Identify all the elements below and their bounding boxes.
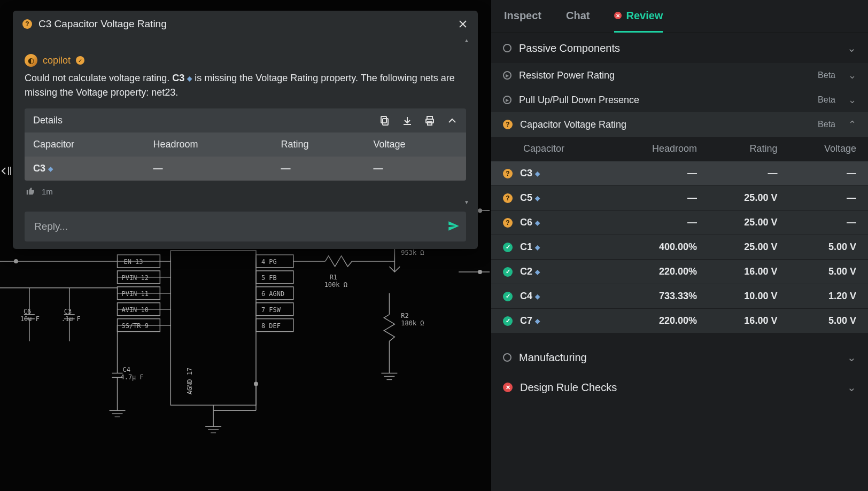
svg-text:AGND 17: AGND 17 <box>186 368 193 394</box>
reply-box <box>25 212 466 241</box>
status-circle-icon <box>503 44 511 52</box>
col-headroom: Headroom <box>145 133 273 157</box>
tab-chat[interactable]: Chat <box>566 0 590 33</box>
chevron-down-icon: ⌄ <box>847 351 856 364</box>
chevron-down-icon: ⌄ <box>848 94 856 106</box>
component-link-icon: ◆ <box>535 170 540 177</box>
check-resistor-power[interactable]: ▶ Resistor Power Rating Beta ⌄ <box>491 63 868 88</box>
details-table: Capacitor Headroom Rating Voltage C3 ◆ —… <box>25 133 466 181</box>
tab-inspect[interactable]: Inspect <box>504 0 541 33</box>
svg-text:7 FSW: 7 FSW <box>261 306 281 314</box>
chevron-up-icon: ⌃ <box>848 119 856 130</box>
send-button[interactable] <box>447 219 461 235</box>
error-icon: ✕ <box>503 383 513 392</box>
modal-title-text: C3 Capacitor Voltage Rating <box>38 18 167 30</box>
chevron-down-icon: ⌄ <box>848 69 856 81</box>
message-age: 1m <box>42 187 53 196</box>
section-manufacturing[interactable]: Manufacturing ⌄ <box>491 342 868 372</box>
svg-rect-0 <box>170 251 256 405</box>
details-label: Details <box>33 115 63 126</box>
svg-text:.1u F: .1u F <box>61 315 81 323</box>
section-passive-components[interactable]: Passive Components ⌄ <box>491 33 868 63</box>
svg-text:R2: R2 <box>401 312 408 319</box>
thumbs-up-button[interactable] <box>26 186 35 197</box>
tab-review[interactable]: ✕ Review <box>614 0 663 33</box>
scroll-up-caret[interactable]: ▲ <box>13 37 478 43</box>
svg-text:PVIN 11: PVIN 11 <box>122 290 149 298</box>
svg-text:100k Ω: 100k Ω <box>324 281 347 289</box>
svg-point-74 <box>478 270 482 274</box>
component-link-icon: ◆ <box>48 165 53 173</box>
scroll-down-caret[interactable]: ▼ <box>13 199 478 205</box>
svg-text:180k Ω: 180k Ω <box>401 319 424 327</box>
close-button[interactable] <box>458 19 468 29</box>
svg-text:C6: C6 <box>24 308 31 315</box>
check-icon: ✓ <box>503 292 513 301</box>
copy-button[interactable] <box>379 115 390 126</box>
check-pull-resistors[interactable]: ▶ Pull Up/Pull Down Presence Beta ⌄ <box>491 88 868 112</box>
svg-text:4 PG: 4 PG <box>261 258 277 266</box>
col-voltage: Voltage <box>789 137 868 161</box>
status-circle-icon <box>503 353 511 362</box>
check-capacitor-voltage[interactable]: ? Capacitor Voltage Rating Beta ⌃ <box>491 112 868 137</box>
col-rating: Rating <box>709 137 789 161</box>
component-link-icon: ◆ <box>535 293 540 300</box>
print-button[interactable] <box>424 115 435 126</box>
col-voltage: Voltage <box>365 133 466 157</box>
table-row[interactable]: ?C3 ◆——— <box>491 161 868 186</box>
svg-point-52 <box>254 381 258 386</box>
section-drc[interactable]: ✕ Design Rule Checks ⌄ <box>491 372 868 402</box>
svg-text:R1: R1 <box>330 274 337 281</box>
svg-text:4.7µ F: 4.7µ F <box>121 373 144 381</box>
warning-icon: ? <box>503 120 513 129</box>
issue-message: Could not calculate voltage rating. C3 ◆… <box>25 71 466 100</box>
svg-point-28 <box>14 259 18 263</box>
chevron-down-icon: ⌄ <box>847 381 856 394</box>
component-link-icon: ◆ <box>535 317 540 325</box>
schematic-workspace[interactable]: EN 13 PVIN 12 PVIN 11 AVIN 10 SS/TR 9 4 … <box>0 0 491 491</box>
warning-icon: ? <box>22 19 32 29</box>
table-row[interactable]: C3 ◆ — — — <box>25 157 466 181</box>
svg-rect-79 <box>383 119 388 125</box>
table-row[interactable]: ?C5 ◆—25.00 V— <box>491 186 868 211</box>
svg-text:AVIN 10: AVIN 10 <box>122 306 149 314</box>
table-row[interactable]: ✓C2 ◆220.00%16.00 V5.00 V <box>491 260 868 284</box>
error-dot-icon: ✕ <box>614 12 622 19</box>
component-link-icon: ◆ <box>535 194 540 202</box>
table-row[interactable]: ?C6 ◆—25.00 V— <box>491 211 868 235</box>
svg-text:EN 13: EN 13 <box>123 258 143 266</box>
review-sidebar: Inspect Chat ✕ Review Passive Components… <box>491 0 868 491</box>
svg-rect-80 <box>381 116 386 123</box>
svg-text:PVIN 12: PVIN 12 <box>122 274 149 282</box>
component-link-icon: ◆ <box>535 268 540 276</box>
svg-text:6 AGND: 6 AGND <box>261 290 284 298</box>
modal-header: ? C3 Capacitor Voltage Rating <box>13 11 478 37</box>
svg-text:953k Ω: 953k Ω <box>401 249 424 256</box>
reply-input[interactable] <box>33 220 447 233</box>
warning-icon: ? <box>503 169 513 178</box>
svg-text:C3: C3 <box>64 308 72 315</box>
table-row[interactable]: ✓C7 ◆220.00%16.00 V5.00 V <box>491 309 868 333</box>
component-link-icon: ◆ <box>535 244 540 251</box>
col-capacitor: Capacitor <box>25 133 145 157</box>
svg-text:8 DEF: 8 DEF <box>261 322 281 330</box>
col-headroom: Headroom <box>612 137 709 161</box>
svg-point-72 <box>478 208 482 213</box>
table-row[interactable]: ✓C1 ◆400.00%25.00 V5.00 V <box>491 235 868 260</box>
copilot-avatar-icon: ◐ <box>25 54 37 67</box>
col-rating: Rating <box>272 133 365 157</box>
svg-text:10u F: 10u F <box>20 315 40 323</box>
message-author: ◐ copilot ✓ <box>25 54 466 67</box>
table-row[interactable]: ✓C4 ◆733.33%10.00 V1.20 V <box>491 284 868 309</box>
collapse-button[interactable] <box>447 115 458 126</box>
warning-icon: ? <box>503 218 513 228</box>
app-root: EN 13 PVIN 12 PVIN 11 AVIN 10 SS/TR 9 4 … <box>0 0 868 491</box>
check-icon: ✓ <box>503 267 513 277</box>
details-card: Details <box>25 108 466 181</box>
capacitor-table: Capacitor Headroom Rating Voltage ?C3 ◆—… <box>491 137 868 333</box>
download-button[interactable] <box>402 115 413 126</box>
warning-icon: ? <box>503 193 513 203</box>
tab-bar: Inspect Chat ✕ Review <box>491 0 868 33</box>
check-icon: ✓ <box>503 243 513 252</box>
author-name: copilot <box>43 55 71 66</box>
